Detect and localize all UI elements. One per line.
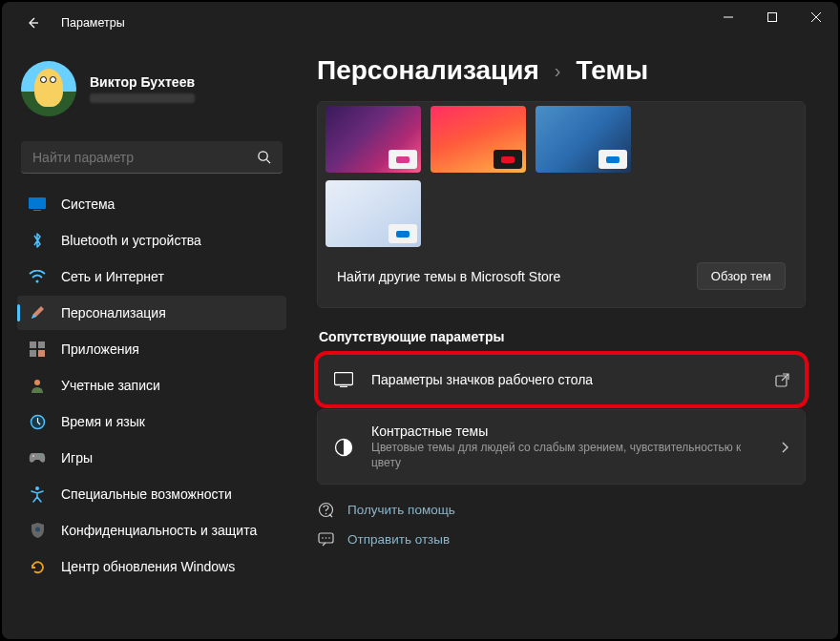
themes-panel: Найти другие темы в Microsoft Store Обзо… (317, 101, 806, 308)
nav-system[interactable]: Система (17, 187, 286, 221)
row-subtitle: Цветовые темы для людей со слабым зрение… (371, 441, 763, 470)
close-button[interactable] (794, 2, 838, 32)
row-title: Параметры значков рабочего стола (371, 372, 758, 387)
section-related-title: Сопутствующие параметры (319, 329, 806, 344)
user-profile[interactable]: Виктор Бухтеев (17, 44, 286, 126)
back-button[interactable] (17, 8, 48, 38)
nav-personalization[interactable]: Персонализация (17, 296, 286, 330)
nav-apps[interactable]: Приложения (17, 332, 286, 366)
nav-label: Система (61, 196, 115, 212)
nav-privacy[interactable]: Конфиденциальность и защита (17, 513, 286, 548)
window-title: Параметры (61, 16, 125, 30)
person-icon (29, 377, 46, 394)
nav-label: Центр обновления Windows (61, 559, 235, 574)
svg-rect-7 (30, 350, 36, 357)
search-input[interactable] (32, 150, 257, 165)
get-help-link[interactable]: Получить помощь (317, 502, 806, 518)
nav-label: Приложения (61, 341, 139, 357)
breadcrumb-leaf: Темы (577, 55, 649, 86)
nav-bluetooth[interactable]: Bluetooth и устройства (17, 223, 286, 258)
user-name: Виктор Бухтеев (90, 74, 195, 90)
svg-rect-6 (38, 341, 45, 348)
nav-gaming[interactable]: Игры (17, 441, 286, 475)
nav-label: Время и язык (61, 414, 145, 429)
svg-rect-3 (33, 210, 41, 211)
link-label: Отправить отзыв (347, 532, 450, 547)
svg-rect-0 (768, 13, 777, 22)
svg-point-9 (34, 380, 40, 385)
breadcrumb-root[interactable]: Персонализация (317, 55, 539, 86)
svg-point-23 (328, 537, 330, 539)
store-text: Найти другие темы в Microsoft Store (337, 269, 560, 284)
gamepad-icon (29, 449, 46, 466)
maximize-button[interactable] (750, 2, 794, 32)
desktop-icon-settings-row[interactable]: Параметры значков рабочего стола (317, 354, 806, 405)
browse-themes-button[interactable]: Обзор тем (697, 262, 786, 290)
svg-rect-5 (30, 341, 36, 348)
theme-preview[interactable] (430, 106, 526, 173)
nav-time-language[interactable]: Время и язык (17, 404, 286, 439)
feedback-icon (317, 531, 334, 548)
svg-point-12 (32, 455, 34, 457)
theme-preview[interactable] (326, 180, 421, 247)
minimize-button[interactable] (706, 2, 750, 32)
nav-label: Учетные записи (61, 378, 160, 393)
feedback-link[interactable]: Отправить отзыв (317, 531, 806, 548)
contrast-icon (333, 438, 354, 457)
svg-point-14 (35, 527, 40, 532)
theme-overlay (598, 150, 627, 169)
nav-label: Сеть и Интернет (61, 269, 164, 284)
theme-overlay (388, 224, 417, 243)
bluetooth-icon (29, 232, 46, 249)
shield-icon (29, 522, 46, 539)
nav-label: Игры (61, 450, 93, 465)
search-box[interactable] (21, 141, 283, 174)
nav-network[interactable]: Сеть и Интернет (17, 259, 286, 294)
open-external-icon (775, 373, 789, 387)
theme-preview[interactable] (326, 106, 421, 173)
clock-icon (29, 413, 46, 430)
link-label: Получить помощь (347, 503, 455, 517)
nav-label: Bluetooth и устройства (61, 233, 201, 248)
help-icon (317, 502, 334, 518)
chevron-right-icon: › (555, 60, 561, 82)
svg-point-11 (40, 455, 42, 457)
brush-icon (29, 304, 46, 321)
svg-rect-2 (29, 197, 46, 209)
nav-list: Система Bluetooth и устройства Сеть и Ин… (17, 187, 286, 584)
svg-rect-8 (38, 350, 45, 357)
user-email-redacted (90, 93, 195, 103)
svg-point-13 (35, 486, 39, 490)
theme-overlay (494, 150, 522, 169)
contrast-themes-row[interactable]: Контрастные темы Цветовые темы для людей… (317, 409, 806, 485)
nav-label: Конфиденциальность и защита (61, 523, 257, 538)
svg-point-1 (259, 152, 267, 160)
svg-point-19 (325, 513, 326, 515)
svg-point-22 (325, 537, 326, 539)
desktop-icon (333, 372, 354, 387)
nav-windows-update[interactable]: Центр обновления Windows (17, 549, 286, 584)
row-title: Контрастные темы (371, 424, 763, 439)
svg-point-21 (322, 537, 324, 539)
nav-label: Персонализация (61, 305, 166, 320)
avatar (21, 61, 76, 116)
nav-accounts[interactable]: Учетные записи (17, 368, 286, 403)
nav-accessibility[interactable]: Специальные возможности (17, 477, 286, 511)
apps-icon (29, 341, 46, 358)
system-icon (29, 196, 46, 213)
chevron-right-icon (780, 441, 789, 454)
breadcrumb: Персонализация › Темы (317, 55, 806, 86)
accessibility-icon (29, 486, 46, 503)
search-icon (257, 150, 271, 164)
update-icon (29, 558, 46, 575)
theme-overlay (388, 150, 417, 169)
wifi-icon (29, 268, 46, 285)
nav-label: Специальные возможности (61, 486, 232, 502)
theme-preview[interactable] (536, 106, 631, 173)
svg-rect-15 (335, 373, 353, 385)
svg-point-4 (36, 280, 39, 283)
